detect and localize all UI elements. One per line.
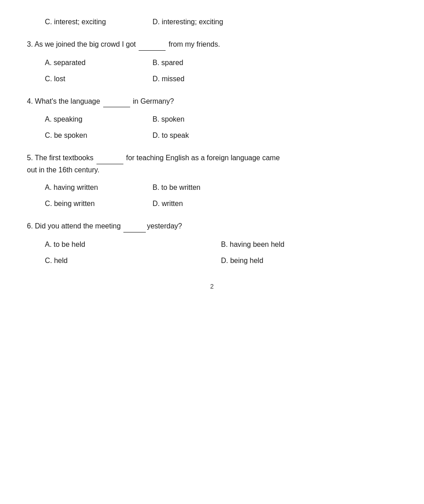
q2-cd-options: C. interest; exciting D. interesting; ex… [27, 18, 397, 26]
question-6-block: 6. Did you attend the meeting yesterday?… [27, 220, 397, 265]
question-3-text: 3. As we joined the big crowd I got from… [27, 39, 397, 51]
q3-option-b: B. spared [153, 59, 224, 67]
q6-text-after: yesterday? [147, 222, 182, 230]
q5-option-c: C. being written [45, 200, 117, 208]
q6-option-d: D. being held [221, 257, 398, 265]
q5-text-line1-before: 5. The first textbooks [27, 154, 96, 162]
q4-text-after: in Germany? [131, 97, 174, 105]
q4-option-c: C. be spoken [45, 131, 117, 140]
q4-option-d: D. to speak [153, 131, 224, 140]
q5-options-row1: A. having written B. to be written [27, 184, 397, 192]
question-4-block: 4. What's the language in Germany? A. sp… [27, 96, 397, 140]
q5-text-line1-after: for teaching English as a foreign langua… [124, 154, 280, 162]
q6-blank [123, 220, 146, 232]
q3-blank [139, 39, 166, 51]
question-4-text: 4. What's the language in Germany? [27, 96, 397, 108]
question-5-text: 5. The first textbooks for teaching Engl… [27, 152, 397, 175]
q5-option-b: B. to be written [153, 184, 224, 192]
question-3-block: 3. As we joined the big crowd I got from… [27, 39, 397, 83]
question-6-text: 6. Did you attend the meeting yesterday? [27, 220, 397, 232]
q4-options-row2: C. be spoken D. to speak [27, 131, 397, 140]
q3-text-after: from my friends. [166, 40, 220, 48]
q5-option-a: A. having written [45, 184, 117, 192]
q4-text-before: 4. What's the language [27, 97, 102, 105]
q2-options-row: C. interest; exciting D. interesting; ex… [27, 18, 397, 26]
q5-text-line2: out in the 16th century. [27, 166, 100, 174]
q3-options-row2: C. lost D. missed [27, 75, 397, 83]
q4-options-row1: A. speaking B. spoken [27, 115, 397, 123]
question-5-block: 5. The first textbooks for teaching Engl… [27, 152, 397, 208]
option-d: D. interesting; exciting [153, 18, 224, 26]
q3-option-a: A. separated [45, 59, 117, 67]
q4-blank [103, 96, 130, 108]
q4-option-a: A. speaking [45, 115, 117, 123]
q5-options-row2: C. being written D. written [27, 200, 397, 208]
q4-option-b: B. spoken [153, 115, 224, 123]
option-c: C. interest; exciting [45, 18, 117, 26]
q6-options-row2: C. held D. being held [27, 257, 397, 265]
page-number: 2 [27, 283, 397, 290]
q3-option-c: C. lost [45, 75, 117, 83]
q3-text-before: 3. As we joined the big crowd I got [27, 40, 138, 48]
q6-option-b: B. having been held [221, 241, 398, 249]
q3-option-d: D. missed [153, 75, 224, 83]
q5-blank [96, 152, 123, 164]
q6-option-a: A. to be held [45, 241, 221, 249]
q6-text-before: 6. Did you attend the meeting [27, 222, 122, 230]
q6-options-row1: A. to be held B. having been held [27, 241, 397, 249]
q5-option-d: D. written [153, 200, 224, 208]
q6-option-c: C. held [45, 257, 221, 265]
q3-options-row1: A. separated B. spared [27, 59, 397, 67]
